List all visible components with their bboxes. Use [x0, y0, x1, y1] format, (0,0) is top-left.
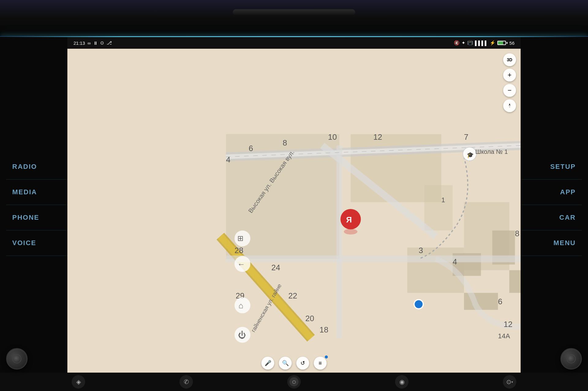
- svg-rect-5: [424, 185, 453, 230]
- sidebar-item-car[interactable]: CAR: [521, 205, 582, 230]
- battery-fill: [498, 41, 503, 44]
- infotainment-screen: 21:13 ∞ ⏸ ⊙ ⎇ 🔇 ✦ 📳 ▌▌▌▌ ⚡ 56: [67, 37, 521, 373]
- microphone-icon: 🎤: [265, 360, 271, 366]
- battery-tip: [507, 42, 507, 44]
- sidebar-item-setup[interactable]: SETUP: [521, 154, 582, 180]
- search-icon: 🔍: [282, 360, 289, 366]
- sidebar-item-menu[interactable]: MENU: [521, 230, 582, 256]
- pause-icon: ⏸: [93, 40, 98, 46]
- svg-text:14A: 14A: [498, 332, 510, 340]
- svg-text:12: 12: [503, 320, 512, 328]
- infinity-icon: ∞: [88, 40, 91, 46]
- svg-marker-46: [509, 103, 511, 106]
- left-sidebar: RADIO MEDIA PHONE VOICE: [0, 37, 67, 373]
- svg-text:6: 6: [249, 144, 253, 153]
- svg-rect-9: [509, 270, 521, 293]
- right-knob[interactable]: [560, 348, 582, 370]
- map-svg: 12 10 8 6 4 7 28 24 22 20 18 3 4 6 8 12 …: [67, 49, 521, 373]
- svg-text:4: 4: [226, 155, 230, 164]
- time-display: 21:13: [74, 40, 85, 46]
- svg-text:1: 1: [441, 196, 445, 204]
- battery-indicator: [497, 41, 507, 45]
- left-knob-center: [12, 354, 21, 363]
- bottom-navigation: ◈ ✆ ○ ◉ ⊙ ▾: [0, 373, 588, 391]
- battery-body: [497, 41, 506, 45]
- svg-text:Я: Я: [346, 215, 352, 224]
- svg-text:⊞: ⊞: [237, 234, 243, 242]
- voice-input-button[interactable]: 🎤: [262, 357, 274, 370]
- usb-icon: ⎇: [107, 40, 112, 46]
- svg-marker-47: [509, 106, 511, 108]
- sidebar-item-app[interactable]: APP: [521, 180, 582, 205]
- left-knob[interactable]: [6, 348, 28, 370]
- compass-button[interactable]: [503, 99, 516, 112]
- nav-audio-button[interactable]: ◉: [395, 375, 409, 389]
- svg-text:8: 8: [515, 229, 519, 238]
- status-bar: 21:13 ∞ ⏸ ⊙ ⎇ 🔇 ✦ 📳 ▌▌▌▌ ⚡ 56: [67, 37, 521, 49]
- map-search-button[interactable]: 🔍: [279, 357, 292, 370]
- route-button[interactable]: ↺: [296, 357, 309, 370]
- svg-text:🎓: 🎓: [467, 151, 474, 158]
- nav-home-button[interactable]: ○: [287, 375, 301, 389]
- zoom-in-button[interactable]: +: [503, 69, 516, 82]
- nav-phone-button[interactable]: ✆: [179, 375, 193, 389]
- phone-icon: ✆: [184, 378, 189, 385]
- svg-text:6: 6: [498, 297, 502, 306]
- map-menu-button[interactable]: ≡: [314, 357, 327, 370]
- notification-dot: [325, 355, 328, 359]
- bluetooth-icon: ✦: [462, 40, 466, 46]
- zoom-out-button[interactable]: −: [503, 84, 516, 97]
- status-right-group: 🔇 ✦ 📳 ▌▌▌▌ ⚡ 56: [454, 40, 514, 46]
- svg-point-44: [344, 229, 357, 235]
- sidebar-item-voice[interactable]: VOICE: [6, 230, 67, 256]
- svg-text:7: 7: [464, 133, 468, 141]
- directions-icon: ◈: [76, 378, 81, 385]
- svg-point-45: [414, 300, 423, 309]
- compass-icon: [507, 103, 513, 109]
- clock-icon: ⊙: [506, 378, 511, 385]
- svg-text:18: 18: [319, 325, 328, 334]
- headphone-icon: ◉: [399, 378, 405, 385]
- map-controls-right: 3D + −: [503, 53, 516, 112]
- right-knob-center: [567, 354, 576, 363]
- sidebar-item-radio[interactable]: RADIO: [6, 154, 67, 180]
- svg-text:4: 4: [453, 257, 457, 266]
- svg-text:←: ←: [237, 260, 245, 268]
- nav-directions-button[interactable]: ◈: [72, 375, 85, 389]
- top-vent-area: [0, 0, 588, 37]
- map-bottom-toolbar: 🎤 🔍 ↺ ≡: [262, 357, 327, 370]
- status-left-group: 21:13 ∞ ⏸ ⊙ ⎇: [74, 40, 112, 46]
- signal-icon: ▌▌▌▌: [475, 40, 488, 46]
- map-3d-button[interactable]: 3D: [503, 53, 516, 66]
- home-icon: ○: [289, 377, 299, 386]
- vibrate-icon: 📳: [467, 40, 473, 46]
- svg-text:Школа № 1: Школа № 1: [475, 149, 508, 155]
- svg-text:8: 8: [283, 139, 287, 147]
- dashboard-area: RADIO MEDIA PHONE VOICE SETUP APP CAR ME…: [0, 37, 588, 391]
- nav-clock-button[interactable]: ⊙ ▾: [503, 375, 516, 389]
- right-sidebar: SETUP APP CAR MENU: [521, 37, 588, 373]
- charging-icon: ⚡: [490, 40, 496, 46]
- mute-icon: 🔇: [454, 40, 460, 46]
- svg-text:20: 20: [305, 314, 314, 323]
- svg-text:10: 10: [328, 133, 337, 141]
- menu-lines-icon: ≡: [318, 360, 322, 366]
- svg-text:12: 12: [373, 133, 382, 141]
- route-icon: ↺: [300, 360, 305, 366]
- svg-text:28: 28: [235, 246, 243, 255]
- svg-text:3: 3: [419, 246, 423, 255]
- sidebar-item-media[interactable]: MEDIA: [6, 180, 67, 205]
- svg-text:⌂: ⌂: [239, 301, 243, 310]
- sidebar-item-phone[interactable]: PHONE: [6, 205, 67, 230]
- battery-percent: 56: [509, 40, 514, 46]
- wheel-icon: ⊙: [100, 40, 104, 46]
- svg-text:24: 24: [271, 263, 280, 272]
- svg-text:⏻: ⏻: [238, 331, 246, 339]
- map-view[interactable]: 12 10 8 6 4 7 28 24 22 20 18 3 4 6 8 12 …: [67, 49, 521, 373]
- svg-text:22: 22: [288, 291, 297, 300]
